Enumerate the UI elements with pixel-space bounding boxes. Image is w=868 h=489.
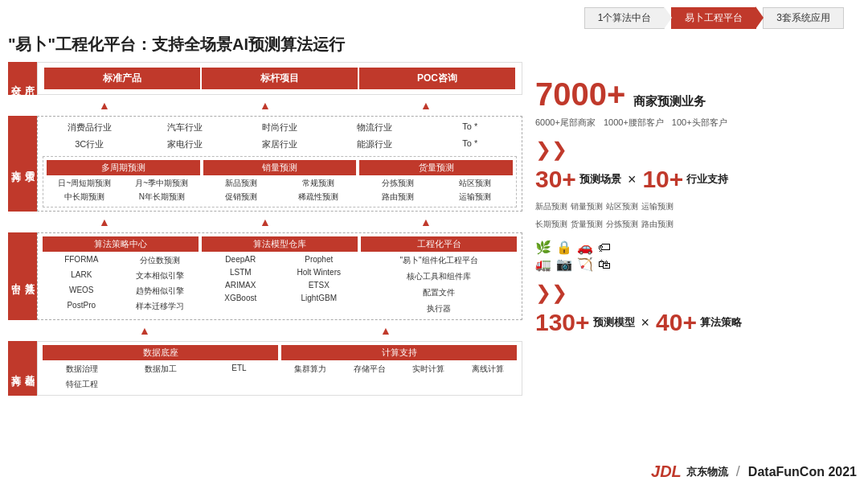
base-grid-0: 数据治理 数据加工 ETL 特征工程 — [43, 362, 278, 392]
industry-1: 汽车行业 — [137, 120, 231, 135]
base-header-1: 计算支持 — [281, 345, 517, 360]
big-number: 7000+ — [535, 78, 625, 110]
ai-0-5: 趋势相似引擎 — [121, 284, 199, 298]
industry-6: 家电行业 — [137, 137, 231, 152]
base-header-0: 数据底座 — [43, 345, 278, 360]
content-area: 产出交付 标准产品 标杆项目 POC咨询 ▲ ▲ ▲ 需求支持 — [8, 62, 860, 484]
arrow-1: ▲ — [99, 99, 110, 112]
forecast-header-0: 多周期预测 — [47, 160, 200, 175]
logo-divider: / — [736, 463, 740, 480]
icon-camera: 📷 — [556, 257, 572, 272]
ai-2-0: "易卜"组件化工程平台 — [361, 253, 517, 268]
mid-number-2: 10+ — [642, 166, 683, 193]
fi-1-1: 常规预测 — [280, 177, 356, 190]
icon-row-2: 🚛 📷 🏹 🛍 — [535, 257, 860, 272]
mid-label-2: 行业支持 — [686, 172, 728, 187]
icon-bag: 🛍 — [598, 257, 611, 272]
algo-header-2: 工程化平台 — [361, 236, 517, 252]
ai-1-4: ARIMAX — [202, 279, 280, 291]
forecast-0: 多周期预测 日~周短期预测 月~季中期预测 中长期预测 N年长期预测 — [47, 160, 200, 203]
demand-inner: 消费品行业 汽车行业 时尚行业 物流行业 To * 3C行业 家电行业 家居行业… — [38, 117, 522, 211]
industry-3: 物流行业 — [328, 120, 421, 135]
arrow-7: ▲ — [139, 324, 150, 337]
ai-0-1: 分位数预测 — [121, 253, 199, 268]
ai-1-1: Prophet — [280, 253, 358, 265]
industry-4: To * — [424, 120, 517, 135]
algo-2: 工程化平台 "易卜"组件化工程平台 核心工具和组件库 配置文件 执行器 — [361, 236, 517, 316]
fi-0-2: 中长期预测 — [47, 191, 123, 203]
demand-content: 消费品行业 汽车行业 时尚行业 物流行业 To * 3C行业 家电行业 家居行业… — [37, 116, 522, 212]
nav-step-2: 易卜工程平台 — [671, 7, 756, 29]
sub-stat-1: 1000+腰部客户 — [604, 117, 664, 129]
bi-0-3: 特征工程 — [43, 377, 121, 392]
algo-section: 算法中台 算法策略中心 FFORMA 分位数预测 LARK 文本相似引擎 WEO… — [8, 232, 522, 320]
left-area: 产出交付 标准产品 标杆项目 POC咨询 ▲ ▲ ▲ 需求支持 — [8, 62, 522, 484]
tag-6: 分拣预测 — [606, 219, 638, 230]
algo-header-0: 算法策略中心 — [43, 236, 199, 252]
fi-0-3: N年长期预测 — [124, 191, 200, 203]
bottom-number-1: 130+ — [535, 309, 590, 336]
tag-1: 销量预测 — [571, 201, 603, 212]
ai-1-3: Holt Winters — [280, 266, 358, 278]
delivery-row: 标准产品 标杆项目 POC咨询 — [38, 63, 522, 94]
mid-stats-1: 30+ 预测场景 × 10+ 行业支持 — [535, 166, 860, 193]
algo-label: 算法中台 — [8, 232, 37, 320]
algo-grid-0: FFORMA 分位数预测 LARK 文本相似引擎 WEOS 趋势相似引擎 Pos… — [43, 253, 199, 314]
base-inner: 数据底座 数据治理 数据加工 ETL 特征工程 计算支持 — [38, 342, 522, 395]
connector-1: ▲ ▲ ▲ — [8, 98, 522, 113]
forecast-1: 销量预测 新品预测 常规预测 促销预测 稀疏性预测 — [203, 160, 357, 203]
right-area: 7000+ 商家预测业务 6000+尾部商家 1000+腰部客户 100+头部客… — [529, 62, 860, 484]
ai-1-0: DeepAR — [202, 253, 280, 265]
page-title: "易卜"工程化平台：支持全场景AI预测算法运行 — [8, 34, 860, 55]
ai-0-2: LARK — [43, 269, 121, 283]
algo-header-1: 算法模型仓库 — [202, 236, 358, 252]
forecast-items-1: 新品预测 常规预测 促销预测 稀疏性预测 — [203, 177, 357, 203]
mid-label-1: 预测场景 — [579, 172, 621, 187]
arrow-2: ▲ — [260, 99, 271, 112]
ai-1-2: LSTM — [202, 266, 280, 278]
ai-0-7: 样本迁移学习 — [121, 299, 199, 314]
bottom-label-1: 预测模型 — [593, 315, 635, 330]
base-content-outer: 数据底座 数据治理 数据加工 ETL 特征工程 计算支持 — [37, 341, 522, 396]
sub-stats: 6000+尾部商家 1000+腰部客户 100+头部客户 — [535, 117, 860, 129]
tag-7: 路由预测 — [641, 219, 674, 230]
tag-5: 货量预测 — [571, 219, 603, 230]
top-nav: 1个算法中台 易卜工程平台 3套系统应用 — [8, 6, 860, 29]
arrow-4: ▲ — [99, 216, 110, 228]
demand-label: 需求支持 — [8, 116, 37, 212]
bi-0-1: 数据加工 — [121, 362, 199, 376]
red-arrow-1: ❯❯ — [535, 140, 860, 159]
bi-1-0: 集群算力 — [281, 362, 340, 376]
nav-step-3: 3套系统应用 — [763, 7, 844, 29]
icon-truck: 🚛 — [535, 257, 551, 272]
icon-leaf: 🌿 — [535, 240, 551, 255]
sub-stat-2: 100+头部客户 — [672, 117, 727, 129]
base-grid-1: 集群算力 存储平台 实时计算 离线计算 — [281, 362, 517, 376]
bottom-logo: JDL 京东物流 / DataFunCon 2021 — [651, 462, 857, 481]
forecast-items-0: 日~周短期预测 月~季中期预测 中长期预测 N年长期预测 — [47, 177, 200, 203]
algo-0: 算法策略中心 FFORMA 分位数预测 LARK 文本相似引擎 WEOS 趋势相… — [43, 236, 199, 316]
industry-0: 消费品行业 — [43, 120, 136, 135]
bi-0-2: ETL — [200, 362, 278, 376]
mid-number-1: 30+ — [535, 166, 576, 193]
ai-1-7: LightGBM — [280, 292, 358, 304]
forecast-items-2: 分拣预测 站区预测 路由预测 运输预测 — [359, 177, 513, 203]
fi-1-2: 促销预测 — [203, 191, 280, 203]
connector-2: ▲ ▲ ▲ — [8, 215, 522, 229]
base-label: 基础支持 — [8, 341, 37, 396]
tag-3: 运输预测 — [641, 201, 674, 212]
sub-stat-0: 6000+尾部商家 — [535, 117, 596, 129]
delivery-item-1: 标准产品 — [44, 68, 200, 89]
industry-5: 3C行业 — [43, 137, 136, 152]
nav-step-1: 1个算法中台 — [584, 7, 665, 29]
bi-1-2: 实时计算 — [399, 362, 458, 376]
ai-0-4: WEOS — [43, 284, 121, 298]
tags-row-2: 长期预测 货量预测 分拣预测 路由预测 — [535, 219, 860, 230]
event-name: DataFunCon 2021 — [748, 465, 857, 479]
company-name: 京东物流 — [686, 465, 728, 479]
icon-car: 🚗 — [577, 240, 593, 255]
delivery-content: 标准产品 标杆项目 POC咨询 — [37, 62, 522, 95]
bi-1-3: 离线计算 — [459, 362, 518, 376]
fi-2-2: 路由预测 — [359, 191, 436, 203]
fi-0-1: 月~季中期预测 — [124, 177, 200, 190]
